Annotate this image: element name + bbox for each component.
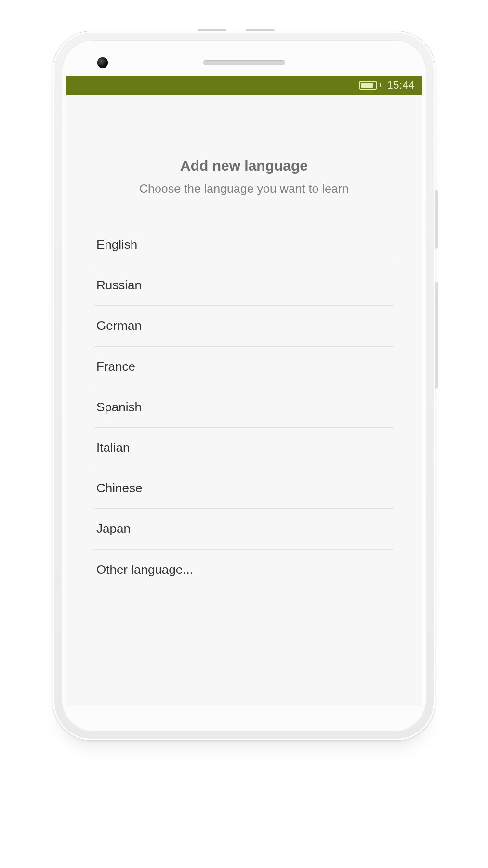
language-item-other[interactable]: Other language... (94, 550, 394, 590)
language-item-german[interactable]: German (94, 306, 394, 346)
phone-side-button (435, 190, 438, 248)
language-item-russian[interactable]: Russian (94, 265, 394, 306)
language-list: English Russian German France Spanish It… (94, 225, 394, 590)
phone-side-button (435, 282, 438, 388)
screen: 15:44 Add new language Choose the langua… (66, 76, 422, 706)
main-content: Add new language Choose the language you… (66, 95, 422, 590)
battery-fill-icon (361, 83, 373, 88)
battery-cap-icon (380, 83, 381, 87)
language-item-chinese[interactable]: Chinese (94, 468, 394, 509)
language-item-france[interactable]: France (94, 347, 394, 387)
status-bar: 15:44 (66, 76, 422, 95)
page-subtitle: Choose the language you want to learn (94, 182, 394, 196)
status-bar-time: 15:44 (387, 79, 415, 92)
battery-icon (359, 81, 381, 90)
language-item-english[interactable]: English (94, 225, 394, 265)
language-item-japan[interactable]: Japan (94, 509, 394, 549)
phone-mockup: 15:44 Add new language Choose the langua… (53, 31, 435, 740)
battery-body-icon (359, 81, 377, 90)
language-item-spanish[interactable]: Spanish (94, 387, 394, 428)
language-item-italian[interactable]: Italian (94, 428, 394, 468)
page-title: Add new language (94, 158, 394, 174)
